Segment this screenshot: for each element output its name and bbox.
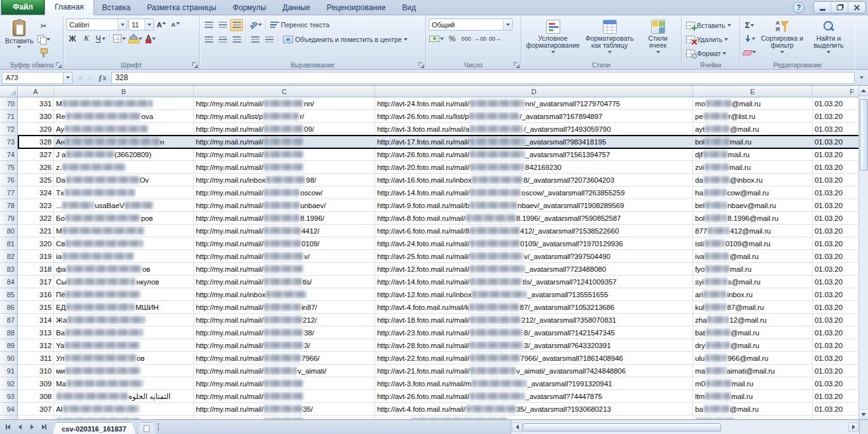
- expand-formula-bar-button[interactable]: [857, 72, 866, 84]
- row-header-91[interactable]: 91: [0, 365, 18, 377]
- cell-C86[interactable]: http://my.mail.ru/mail/in87/: [194, 301, 375, 314]
- dropdown-icon[interactable]: [144, 19, 153, 30]
- cell-E73[interactable]: bolmail.ru: [693, 136, 813, 148]
- cell-F75[interactable]: 01.03.20: [813, 161, 858, 174]
- row-header-72[interactable]: 72: [0, 123, 18, 136]
- cell-E80[interactable]: 877412@mail.ru: [693, 225, 813, 237]
- cell-F85[interactable]: 01.03.20: [813, 288, 858, 301]
- cell-C73[interactable]: http://my.mail.ru/mail/: [194, 136, 375, 148]
- underline-button[interactable]: Ч: [94, 32, 107, 45]
- horizontal-scroll-track[interactable]: [522, 423, 848, 432]
- row-header-86[interactable]: 86: [0, 301, 18, 314]
- cell-C77[interactable]: http://my.mail.ru/mail/oscow/: [194, 186, 375, 199]
- cell-B90[interactable]: Улов: [54, 352, 194, 365]
- cell-D80[interactable]: http://avt-6.foto.mail.ru/mail/8412/_ava…: [375, 225, 693, 237]
- cell-D87[interactable]: http://avt-18.foto.mail.ru/mail/212/_ava…: [375, 314, 693, 326]
- cell-C76[interactable]: http://my.mail.ru/inbox98/: [194, 174, 375, 186]
- cell-D94[interactable]: http://avt-4.foto.mail.ru/mail/35/_avata…: [375, 403, 693, 416]
- cell-A78[interactable]: 323: [18, 199, 54, 212]
- cell-E84[interactable]: syis@mail.ru: [693, 276, 813, 288]
- cell-A85[interactable]: 316: [18, 288, 54, 301]
- row-header-82[interactable]: 82: [0, 250, 18, 263]
- row-header-74[interactable]: 74: [0, 148, 18, 161]
- column-header-B[interactable]: B: [54, 86, 194, 97]
- wrap-text-button[interactable]: Перенос текста: [268, 18, 331, 31]
- cell-B70[interactable]: M: [54, 97, 194, 110]
- cell-B78[interactable]: ...usaBaeV: [54, 199, 194, 212]
- insert-cells-button[interactable]: Вставить: [684, 19, 737, 32]
- copy-button[interactable]: [37, 33, 51, 45]
- cell-A88[interactable]: 313: [18, 326, 54, 339]
- cell-E77[interactable]: hacow@mail.ru: [693, 186, 813, 199]
- percent-format-button[interactable]: %: [446, 32, 458, 45]
- last-sheet-button[interactable]: [39, 422, 50, 432]
- cell-D73[interactable]: http://avt-17.foto.mail.ru/mail/_avatars…: [375, 136, 693, 148]
- cell-C90[interactable]: http://my.mail.ru/mail/7966/: [194, 352, 375, 365]
- column-header-C[interactable]: C: [194, 86, 375, 97]
- cell-F76[interactable]: 01.03.20: [813, 174, 858, 186]
- cell-A80[interactable]: 321: [18, 225, 54, 237]
- cell-E79[interactable]: bol8.1996@mail.ru: [693, 212, 813, 225]
- cell-D83[interactable]: http://avt-12.foto.mail.ru/mail/_avatars…: [375, 263, 693, 276]
- cell-A86[interactable]: 315: [18, 301, 54, 314]
- cell-B91[interactable]: ми: [54, 365, 194, 377]
- cell-F87[interactable]: 01.03.20: [813, 314, 858, 326]
- dialog-launcher-icon[interactable]: [513, 62, 520, 68]
- cut-button[interactable]: ✂: [37, 20, 51, 32]
- currency-format-button[interactable]: [429, 32, 444, 45]
- cell-B71[interactable]: Reova: [54, 110, 194, 123]
- cell-B92[interactable]: Ma: [54, 377, 194, 390]
- cell-A77[interactable]: 324: [18, 186, 54, 199]
- fill-button[interactable]: [743, 32, 757, 45]
- cell-C88[interactable]: http://my.mail.ru/mail/38/: [194, 326, 375, 339]
- dialog-launcher-icon[interactable]: [55, 62, 62, 68]
- cell-B88[interactable]: Ва: [54, 326, 194, 339]
- cell-F78[interactable]: 01.03.20: [813, 199, 858, 212]
- cell-E71[interactable]: per@list.ru: [693, 110, 813, 123]
- row-header-70[interactable]: 70: [0, 97, 18, 110]
- tab-scrollbar-splitter[interactable]: [158, 423, 163, 431]
- cell-D74[interactable]: http://avt-26.foto.mail.ru/mail/_avatars…: [375, 148, 693, 161]
- row-header-71[interactable]: 71: [0, 110, 18, 123]
- cell-B85[interactable]: Пё: [54, 288, 194, 301]
- cell-B74[interactable]: J a(36620809): [54, 148, 194, 161]
- row-header-93[interactable]: 93: [0, 390, 18, 403]
- cell-F94[interactable]: 01.03.20: [813, 403, 858, 416]
- cell-F83[interactable]: 01.03.20: [813, 263, 858, 276]
- select-all-corner[interactable]: [0, 86, 18, 97]
- cell-A84[interactable]: 317: [18, 276, 54, 288]
- align-bottom-button[interactable]: [230, 19, 243, 31]
- cell-F71[interactable]: 01.03.20: [813, 110, 858, 123]
- cell-B81[interactable]: Св: [54, 237, 194, 250]
- cell-D81[interactable]: http://avt-24.foto.mail.ru/mail/0109/_av…: [375, 237, 693, 250]
- cell-A83[interactable]: 318: [18, 263, 54, 276]
- clear-button[interactable]: [743, 46, 757, 58]
- name-box[interactable]: A73: [2, 72, 63, 84]
- cell-F73[interactable]: 01.03.20: [813, 136, 858, 148]
- cell-E88[interactable]: bat@mail.ru: [693, 326, 813, 339]
- cell-C83[interactable]: http://my.mail.ru/mail/: [194, 263, 375, 276]
- cell-E91[interactable]: maaimati@mail.ru: [693, 365, 813, 377]
- cell-E90[interactable]: ulu966@mail.ru: [693, 352, 813, 365]
- bold-button[interactable]: Ж: [66, 32, 79, 45]
- grow-font-button[interactable]: А: [155, 18, 168, 31]
- cell-E81[interactable]: isti0109@mail.ru: [693, 237, 813, 250]
- cell-F90[interactable]: 01.03.20: [813, 352, 858, 365]
- cell-A92[interactable]: 309: [18, 377, 54, 390]
- previous-sheet-button[interactable]: [15, 422, 25, 432]
- cell-E87[interactable]: zha12@mail.ru: [693, 314, 813, 326]
- cell-D92[interactable]: http://avt-3.foto.mail.ru/mail/m_avatars…: [375, 377, 693, 390]
- cell-D82[interactable]: http://avt-25.foto.mail.ru/mail/v/_avata…: [375, 250, 693, 263]
- help-button[interactable]: ?: [793, 2, 804, 13]
- cell-C72[interactable]: http://my.mail.ru/mail/09/: [194, 123, 375, 136]
- row-header-89[interactable]: 89: [0, 339, 18, 352]
- cell-E85[interactable]: ariinbox.ru: [693, 288, 813, 301]
- cell-F80[interactable]: 01.03.20: [813, 225, 858, 237]
- scroll-up-button[interactable]: [859, 86, 868, 96]
- cell-B84[interactable]: Сынкулов: [54, 276, 194, 288]
- cell-A94[interactable]: 307: [18, 403, 54, 416]
- horizontal-scrollbar[interactable]: [511, 420, 859, 434]
- cell-C75[interactable]: http://my.mail.ru/mail/: [194, 161, 375, 174]
- cell-C91[interactable]: http://my.mail.ru/mail/v_aimati/: [194, 365, 375, 377]
- cell-B93[interactable]: التمنايه الحلوه: [54, 390, 194, 403]
